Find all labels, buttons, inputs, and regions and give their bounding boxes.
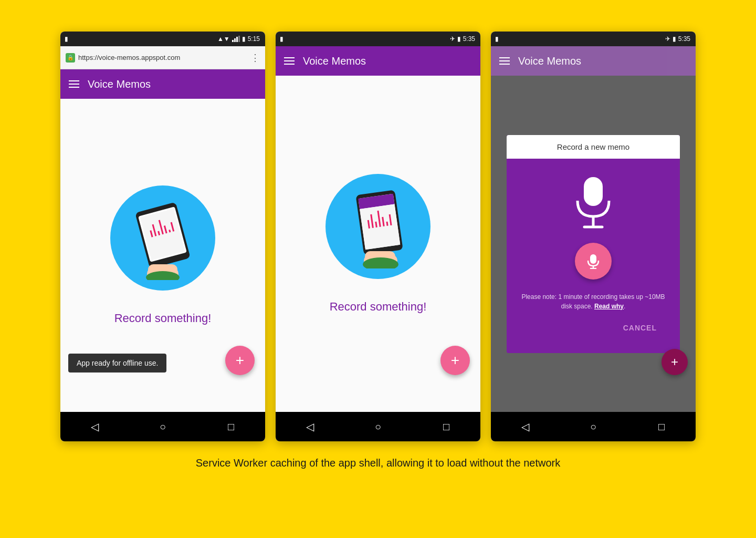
status-icons-3: ✈ ▮ 5:35 <box>665 35 690 43</box>
snackbar: App ready for offline use. <box>68 354 166 373</box>
svg-rect-16 <box>360 204 400 250</box>
mic-small-icon <box>585 253 601 269</box>
main-content-2: Record something! + <box>276 76 480 412</box>
home-button-3[interactable]: ○ <box>583 416 604 437</box>
phone-status-icon-3: ▮ <box>495 35 499 43</box>
read-why-link[interactable]: Read why <box>594 303 624 310</box>
phones-container: ▮ ▲▼ ▮ 5:15 🔒 https://voice-memos.appspo… <box>60 32 696 441</box>
lock-icon: 🔒 <box>66 53 75 63</box>
fab-button-2[interactable]: + <box>440 346 470 375</box>
dialog-note: Please note: 1 minute of recording takes… <box>517 292 669 311</box>
airplane-icon-2: ✈ <box>450 35 455 43</box>
battery-1: ▮ <box>242 35 246 43</box>
illustration-circle-1 <box>110 185 215 291</box>
illustration-circle-2 <box>326 174 430 279</box>
home-button-2[interactable]: ○ <box>368 416 388 437</box>
fab-button-1[interactable]: + <box>225 346 255 375</box>
hamburger-menu-1[interactable] <box>69 80 79 88</box>
more-options-button[interactable]: ⋮ <box>250 52 260 64</box>
recents-button-2[interactable]: □ <box>436 416 457 437</box>
bottom-nav-3: ◁ ○ □ <box>491 412 696 441</box>
svg-line-8 <box>170 230 170 232</box>
record-dialog: Record a new memo <box>507 135 680 353</box>
dialog-cancel-container: CANCEL <box>517 319 669 345</box>
app-bar-2: Voice Memos <box>276 46 480 76</box>
svg-rect-30 <box>590 254 596 264</box>
record-label-2: Record something! <box>330 300 427 314</box>
phone-illustration-2 <box>341 184 415 268</box>
svg-rect-27 <box>584 177 603 206</box>
record-button[interactable] <box>575 243 612 280</box>
svg-line-19 <box>376 222 377 227</box>
phone-illustration-1 <box>126 196 200 280</box>
airplane-icon-3: ✈ <box>665 35 670 43</box>
microphone-icon <box>570 174 617 232</box>
phone-1: ▮ ▲▼ ▮ 5:15 🔒 https://voice-memos.appspo… <box>60 32 265 441</box>
svg-line-5 <box>159 231 160 235</box>
hamburger-menu-3[interactable] <box>499 57 510 65</box>
dialog-body: Please note: 1 minute of recording takes… <box>507 159 680 353</box>
app-title-2: Voice Memos <box>303 55 366 67</box>
cancel-button[interactable]: CANCEL <box>619 319 661 336</box>
status-icons-1: ▲▼ ▮ 5:15 <box>217 35 260 43</box>
recents-button-3[interactable]: □ <box>651 416 672 437</box>
time-1: 5:15 <box>248 35 260 43</box>
main-content-1: Record something! App ready for offline … <box>60 99 265 412</box>
back-button-2[interactable]: ◁ <box>299 416 320 437</box>
bottom-nav-2: ◁ ○ □ <box>276 412 480 441</box>
battery-2: ▮ <box>457 35 461 43</box>
mic-svg <box>570 174 617 232</box>
wifi-icon: ▲▼ <box>217 35 230 43</box>
status-bar-1: ▮ ▲▼ ▮ 5:15 <box>60 32 265 46</box>
phone3-background: Record a new memo <box>491 76 696 412</box>
time-2: 5:35 <box>463 35 475 43</box>
phone-2: ▮ ✈ ▮ 5:35 Voice Memos <box>276 32 480 441</box>
back-button-1[interactable]: ◁ <box>84 416 105 437</box>
status-bar-2: ▮ ✈ ▮ 5:35 <box>276 32 480 46</box>
recents-button-1[interactable]: □ <box>220 416 242 437</box>
phone-3: ▮ ✈ ▮ 5:35 Voice Memos Record a new memo <box>491 32 696 441</box>
battery-3: ▮ <box>673 35 676 43</box>
hamburger-menu-2[interactable] <box>284 57 295 65</box>
app-title-3: Voice Memos <box>518 55 581 67</box>
phone-status-icon: ▮ <box>65 35 68 43</box>
app-title-1: Voice Memos <box>88 78 151 90</box>
mic-small-svg <box>585 253 601 269</box>
bottom-nav-1: ◁ ○ □ <box>60 412 265 441</box>
dialog-header: Record a new memo <box>507 135 680 159</box>
app-bar-3: Voice Memos <box>491 46 696 76</box>
address-bar[interactable]: 🔒 https://voice-memos.appspot.com ⋮ <box>60 46 265 69</box>
record-label-1: Record something! <box>114 312 212 325</box>
back-button-3[interactable]: ◁ <box>514 416 536 437</box>
page-caption: Service Worker caching of the app shell,… <box>196 457 560 469</box>
home-button-1[interactable]: ○ <box>152 416 173 437</box>
signal-bars <box>232 36 240 42</box>
fab-button-3[interactable]: + <box>662 349 688 375</box>
status-bar-3: ▮ ✈ ▮ 5:35 <box>491 32 696 46</box>
phone-status-icon-2: ▮ <box>280 35 284 43</box>
status-icons-2: ✈ ▮ 5:35 <box>450 35 475 43</box>
app-bar-1: Voice Memos <box>60 69 265 99</box>
url-text: https://voice-memos.appspot.com <box>78 54 250 61</box>
time-3: 5:35 <box>678 35 690 43</box>
svg-line-22 <box>387 222 387 226</box>
